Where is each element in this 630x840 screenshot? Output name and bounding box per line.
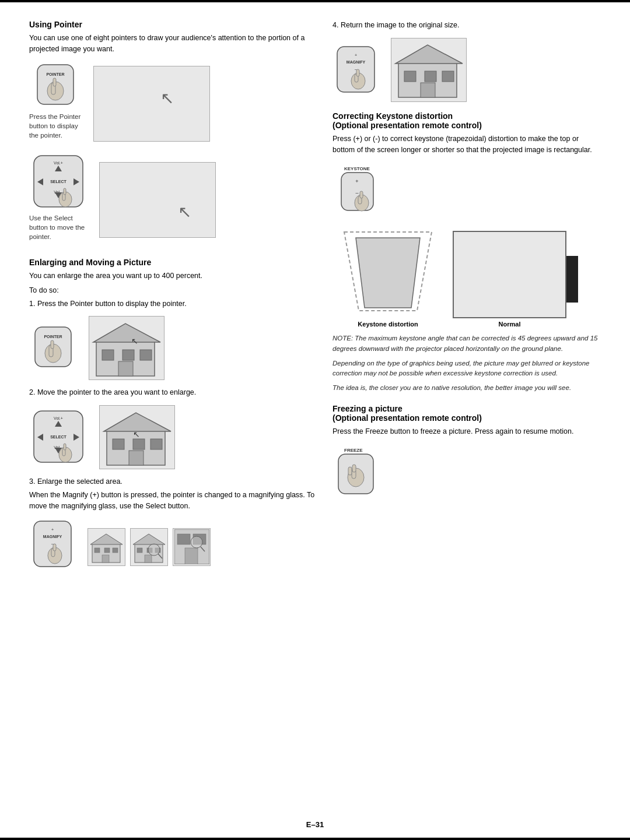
keystone-remote: KEYSTONE + –: [332, 161, 382, 218]
house-small-3: [173, 528, 211, 566]
keystone-distortion-label: Keystone distortion: [332, 321, 443, 328]
svg-rect-87: [421, 83, 435, 97]
enlarge-select-svg: Vol.+ SELECT Vol.–: [29, 408, 88, 466]
enlarging-title: Enlarging and Moving a Picture: [29, 258, 315, 267]
step4-row: + MAGNIFY –: [332, 38, 601, 102]
enlarging-step2: 2. Move the pointer to the area you want…: [29, 387, 315, 398]
select-button-svg: Vol.+ SELECT Vol.–: [29, 153, 88, 211]
left-column: Using Pointer You can use one of eight p…: [29, 20, 315, 803]
step4-label: 4. Return the image to the original size…: [332, 20, 601, 31]
svg-text:MAGNIFY: MAGNIFY: [346, 60, 366, 64]
screen-box-2: ↖: [99, 162, 216, 238]
normal-box: Normal: [453, 231, 566, 328]
svg-text:+: +: [355, 53, 357, 57]
svg-text:Vol.+: Vol.+: [54, 416, 63, 420]
svg-rect-43: [113, 439, 124, 449]
svg-rect-40: [64, 444, 66, 450]
svg-rect-60: [102, 555, 109, 563]
svg-rect-58: [104, 548, 110, 553]
step4-magnify-svg: + MAGNIFY –: [332, 44, 379, 96]
svg-marker-56: [90, 534, 123, 544]
house-img-right: [391, 38, 467, 102]
enlarge-select-remote: Vol.+ SELECT Vol.–: [29, 408, 88, 466]
keystone-para: Press (+) or (-) to correct keystone (tr…: [332, 133, 601, 156]
cursor-svg-1: ↖: [96, 69, 207, 139]
enlarge-row-2: Vol.+ SELECT Vol.–: [29, 405, 315, 469]
pointer-row-2: Vol.+ SELECT Vol.–: [29, 153, 315, 247]
svg-rect-86: [442, 71, 454, 82]
screen-box-1: ↖: [93, 66, 210, 142]
house-img-2: ↖: [99, 405, 175, 469]
enlarging-section: Enlarging and Moving a Picture You can e…: [29, 258, 315, 571]
keystone-distorted-svg: [332, 226, 443, 317]
step4-section: 4. Return the image to the original size…: [332, 20, 601, 102]
pointer-remote: POINTER Press the Pointer button to disp…: [29, 62, 82, 146]
pointer-screen-1: ↖: [93, 66, 210, 142]
keystone-images-row: Keystone distortion Normal: [332, 226, 601, 328]
freeze-remote: FREEZE: [332, 445, 379, 499]
svg-marker-83: [396, 45, 463, 64]
house-small-svg-1: [89, 529, 124, 564]
freezing-section: Freezing a picture (Optional presentatio…: [332, 404, 601, 500]
house-small-svg-3: [174, 529, 209, 564]
svg-rect-26: [123, 350, 134, 360]
step4-magnify-remote: + MAGNIFY –: [332, 44, 379, 96]
using-pointer-title: Using Pointer: [29, 20, 315, 29]
svg-rect-44: [133, 439, 145, 449]
svg-rect-46: [129, 451, 144, 465]
keystone-note1: NOTE: The maximum keystone angle that ca…: [332, 333, 601, 354]
svg-text:–: –: [355, 190, 358, 196]
svg-text:↖: ↖: [131, 336, 138, 346]
svg-text:KEYSTONE: KEYSTONE: [344, 166, 370, 171]
pointer-screen-2: ↖: [99, 162, 216, 238]
svg-rect-25: [102, 350, 114, 360]
house-img-1: ↖: [89, 316, 164, 380]
svg-text:POINTER: POINTER: [44, 335, 62, 339]
cursor-svg-2: ↖: [102, 165, 213, 235]
freeze-btn-row: FREEZE: [332, 445, 601, 499]
keystone-svg: KEYSTONE + –: [332, 161, 382, 216]
svg-rect-54: [53, 544, 56, 551]
svg-rect-4: [53, 78, 56, 86]
three-house-imgs: [88, 528, 211, 566]
svg-rect-84: [404, 71, 416, 82]
house-small-2: [130, 528, 168, 566]
svg-rect-45: [150, 439, 162, 449]
svg-rect-59: [113, 548, 118, 553]
enlarging-step3: 3. Enlarge the selected area.: [29, 476, 315, 487]
svg-text:Vol.+: Vol.+: [54, 161, 63, 165]
svg-text:↖: ↖: [178, 203, 191, 221]
keystone-btn-row: KEYSTONE + –: [332, 161, 601, 218]
pointer-button-svg: POINTER: [32, 62, 79, 110]
svg-text:SELECT: SELECT: [50, 435, 66, 439]
svg-text:+: +: [51, 528, 54, 532]
content-area: Using Pointer You can use one of eight p…: [0, 2, 630, 814]
freeze-svg: FREEZE: [332, 445, 379, 497]
house-svg-2: ↖: [101, 407, 174, 468]
svg-text:FREEZE: FREEZE: [344, 448, 363, 453]
select-caption: Use the Select button to move the pointe…: [29, 213, 88, 241]
bottom-border: [0, 838, 630, 840]
svg-rect-27: [140, 350, 152, 360]
svg-rect-28: [118, 361, 133, 376]
keystone-note3: The idea is, the closer you are to nativ…: [332, 383, 601, 393]
svg-text:↖: ↖: [160, 89, 174, 107]
svg-rect-101: [352, 465, 356, 472]
svg-point-73: [191, 536, 202, 548]
house-svg-1: ↖: [90, 318, 163, 379]
enlarging-para1: You can enlarge the area you want up to …: [29, 270, 315, 282]
house-svg-right: [393, 39, 466, 100]
keystone-title: Correcting Keystone distortion (Optional…: [332, 111, 601, 130]
enlarging-para2: To do so:: [29, 285, 315, 296]
enlarge-row-3: + MAGNIFY –: [29, 518, 315, 571]
freezing-para: Press the Freeze button to freeze a pict…: [332, 426, 601, 437]
house-small-1: [88, 528, 125, 566]
svg-rect-70: [177, 534, 190, 544]
enlarge-row-1: POINTER: [29, 316, 315, 380]
black-tab: [566, 256, 578, 303]
freezing-title: Freezing a picture (Optional presentatio…: [332, 404, 601, 423]
magnify-remote: + MAGNIFY –: [29, 518, 76, 571]
svg-rect-63: [137, 548, 142, 553]
svg-text:MAGNIFY: MAGNIFY: [43, 535, 62, 539]
magnify-svg: + MAGNIFY –: [29, 518, 76, 571]
